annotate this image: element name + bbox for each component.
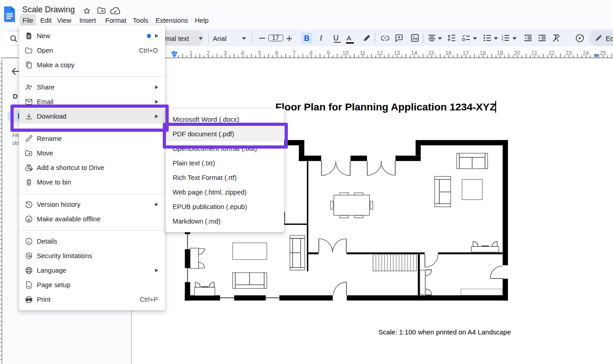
svg-text:25: 25 bbox=[600, 50, 606, 56]
svg-text:10: 10 bbox=[342, 50, 349, 56]
svg-text:11: 11 bbox=[360, 50, 366, 56]
svg-text:15: 15 bbox=[428, 50, 435, 56]
svg-text:13: 13 bbox=[394, 50, 400, 56]
svg-text:4: 4 bbox=[241, 50, 244, 56]
svg-text:20: 20 bbox=[514, 50, 521, 56]
svg-text:24: 24 bbox=[583, 50, 589, 56]
svg-text:7: 7 bbox=[292, 50, 296, 56]
svg-text:1: 1 bbox=[190, 50, 193, 56]
svg-text:9: 9 bbox=[327, 50, 330, 56]
svg-text:3: 3 bbox=[502, 39, 503, 42]
svg-text:6: 6 bbox=[275, 50, 278, 56]
svg-text:3: 3 bbox=[224, 50, 227, 56]
svg-text:16: 16 bbox=[446, 50, 452, 56]
svg-text:21: 21 bbox=[531, 50, 538, 56]
svg-text:22: 22 bbox=[548, 50, 555, 56]
svg-text:17: 17 bbox=[462, 50, 469, 56]
svg-text:2: 2 bbox=[206, 50, 210, 56]
svg-text:5: 5 bbox=[258, 50, 261, 56]
svg-text:19: 19 bbox=[497, 50, 503, 56]
svg-text:23: 23 bbox=[566, 50, 572, 56]
svg-text:12: 12 bbox=[377, 50, 383, 56]
svg-text:18: 18 bbox=[480, 50, 486, 56]
svg-text:8: 8 bbox=[310, 50, 313, 56]
svg-text:14: 14 bbox=[411, 50, 417, 56]
